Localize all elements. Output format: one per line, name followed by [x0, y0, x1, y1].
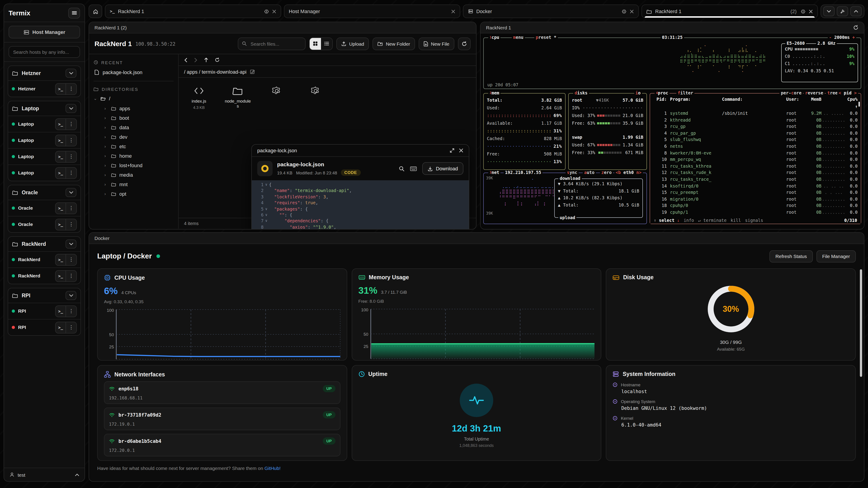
- process-row[interactable]: 15 rcu_preempt root 0B . . ... 0.0: [650, 189, 861, 196]
- host-menu-button[interactable]: ⋮: [66, 306, 76, 317]
- sidebar-footer[interactable]: test: [4, 468, 85, 481]
- reconnect-icon[interactable]: [853, 25, 859, 30]
- upload-button[interactable]: Upload: [336, 37, 369, 50]
- process-row[interactable]: 2 kthreadd root 0B ......... 0.0: [650, 117, 861, 123]
- host-terminal-button[interactable]: >_: [56, 203, 66, 214]
- process-row[interactable]: 6 netns root 0B ......... 0.0: [650, 143, 861, 150]
- host-menu-button[interactable]: ⋮: [66, 203, 76, 214]
- close-tab-icon[interactable]: [630, 9, 634, 13]
- host-row[interactable]: Laptop >_ ⋮: [8, 116, 81, 132]
- download-button[interactable]: Download: [422, 162, 463, 175]
- host-row[interactable]: Laptop >_ ⋮: [8, 164, 81, 181]
- list-view-button[interactable]: [321, 38, 332, 50]
- keyboard-icon[interactable]: [410, 166, 417, 171]
- host-menu-button[interactable]: ⋮: [66, 84, 76, 94]
- tree-root-row[interactable]: ⌄ /: [94, 94, 174, 103]
- docker-scrollbar[interactable]: [860, 269, 862, 377]
- split-view-icon[interactable]: [801, 9, 806, 14]
- edit-path-icon[interactable]: [250, 69, 255, 74]
- tree-directory-row[interactable]: › lost+found: [94, 160, 174, 170]
- file-tile[interactable]: [302, 85, 330, 100]
- expand-tabbar-button[interactable]: [850, 6, 862, 16]
- tab-racknerd-files[interactable]: RackNerd 1 (2): [642, 4, 818, 18]
- host-row[interactable]: Oracle >_ ⋮: [8, 216, 81, 232]
- refresh-icon[interactable]: [215, 57, 220, 62]
- process-row[interactable]: 13 rcu_tasks_trace_ root 0B ......... 0.…: [650, 176, 861, 183]
- process-row[interactable]: 14 ksoftirqd/0 root 0B .. .. .. 0.0: [650, 183, 861, 189]
- host-group-header[interactable]: Hetzner: [8, 66, 81, 80]
- process-row[interactable]: 11 rcu_tasks_kthrea root 0B ......... 0.…: [650, 163, 861, 170]
- host-row[interactable]: RackNerd >_ ⋮: [8, 251, 81, 267]
- file-manager-button[interactable]: File Manager: [816, 250, 856, 262]
- refresh-button[interactable]: [458, 37, 471, 50]
- tree-directory-row[interactable]: › media: [94, 170, 174, 180]
- host-terminal-button[interactable]: >_: [56, 254, 66, 265]
- group-collapse-button[interactable]: [66, 69, 76, 78]
- process-row[interactable]: 4 rcu_par_gp root 0B ......... 0.0: [650, 130, 861, 137]
- refresh-status-button[interactable]: Refresh Status: [770, 250, 813, 262]
- process-row[interactable]: 1 systemd /sbin/init root 9.2M .. ..... …: [650, 110, 861, 117]
- tree-directory-row[interactable]: › etc: [94, 141, 174, 151]
- proc-scroll-thumb[interactable]: [859, 102, 860, 107]
- process-row[interactable]: 3 rcu_gp root 0B ......... 0.0: [650, 123, 861, 130]
- process-list[interactable]: 1 systemd /sbin/init root 9.2M .. ..... …: [650, 110, 861, 222]
- tree-directory-row[interactable]: › mnt: [94, 180, 174, 189]
- interface-row[interactable]: enp6s18 UP 192.168.68.11: [104, 381, 340, 404]
- recent-file-item[interactable]: package-lock.json: [94, 67, 174, 78]
- close-modal-icon[interactable]: [459, 148, 463, 153]
- process-row[interactable]: 16 migration/0 root 0B ......... 0.0: [650, 196, 861, 202]
- host-row[interactable]: Oracle >_ ⋮: [8, 200, 81, 216]
- group-collapse-button[interactable]: [66, 291, 76, 300]
- host-row[interactable]: Hetzner >_ ⋮: [8, 80, 81, 97]
- code-preview[interactable]: 1 ∨ { 2 "name": "termix-download-api",: [252, 180, 469, 230]
- group-collapse-button[interactable]: [66, 104, 76, 113]
- github-link[interactable]: GitHub!: [265, 465, 281, 471]
- search-in-file-icon[interactable]: [399, 166, 405, 171]
- tab-host-manager[interactable]: Host Manager: [284, 4, 460, 18]
- file-tile[interactable]: index.js 4.3 KB: [185, 85, 213, 110]
- home-button[interactable]: [89, 4, 102, 18]
- process-row[interactable]: 5 slub_flushwq root 0B ......... 0.0: [650, 137, 861, 143]
- host-group-header[interactable]: Laptop: [8, 101, 81, 116]
- collapse-tabbar-button[interactable]: [823, 6, 835, 16]
- up-directory-icon[interactable]: [204, 57, 209, 62]
- new-file-button[interactable]: New File: [418, 37, 454, 50]
- group-collapse-button[interactable]: [66, 239, 76, 249]
- process-row[interactable]: 18 cpuhp/0 root 0B ......... 0.0: [650, 203, 861, 209]
- tree-directory-row[interactable]: › opt: [94, 189, 174, 198]
- tree-directory-row[interactable]: › home: [94, 151, 174, 160]
- host-group-header[interactable]: Oracle: [8, 185, 81, 200]
- host-terminal-button[interactable]: >_: [56, 322, 66, 333]
- tab-docker[interactable]: Docker: [463, 4, 639, 18]
- host-terminal-button[interactable]: >_: [56, 219, 66, 230]
- host-group-header[interactable]: RackNerd: [8, 237, 81, 251]
- sidebar-menu-button[interactable]: [68, 7, 80, 18]
- host-terminal-button[interactable]: >_: [56, 151, 66, 162]
- close-tab-icon[interactable]: [272, 9, 276, 13]
- process-row[interactable]: 19 cpuhp/1 root 0B ......... 0.0: [650, 209, 861, 216]
- host-menu-button[interactable]: ⋮: [66, 219, 76, 230]
- forward-icon[interactable]: [194, 58, 197, 62]
- process-row[interactable]: 8 kworker/0:0H-eve root 0B ......... 0.0: [650, 150, 861, 156]
- host-menu-button[interactable]: ⋮: [66, 135, 76, 146]
- process-row[interactable]: 12 rcu_tasks_rude_k root 0B ......... 0.…: [650, 170, 861, 176]
- host-menu-button[interactable]: ⋮: [66, 119, 76, 129]
- back-icon[interactable]: [184, 58, 188, 62]
- host-menu-button[interactable]: ⋮: [66, 270, 76, 281]
- new-folder-button[interactable]: New Folder: [373, 37, 415, 50]
- host-terminal-button[interactable]: >_: [56, 135, 66, 146]
- tree-directory-row[interactable]: › boot: [94, 113, 174, 123]
- tree-directory-row[interactable]: › dev: [94, 132, 174, 141]
- host-menu-button[interactable]: ⋮: [66, 322, 76, 333]
- close-tab-icon[interactable]: [451, 9, 455, 13]
- host-row[interactable]: Laptop >_ ⋮: [8, 132, 81, 148]
- tools-button[interactable]: [837, 6, 848, 16]
- host-terminal-button[interactable]: >_: [56, 119, 66, 129]
- host-manager-button[interactable]: Host Manager: [8, 26, 80, 38]
- interface-row[interactable]: br-73718f7a09d2 UP 172.19.0.1: [104, 408, 340, 430]
- split-view-icon[interactable]: [622, 9, 627, 14]
- tree-directory-row[interactable]: › apps: [94, 103, 174, 113]
- host-terminal-button[interactable]: >_: [56, 306, 66, 317]
- host-menu-button[interactable]: ⋮: [66, 254, 76, 265]
- host-row[interactable]: Laptop >_ ⋮: [8, 148, 81, 164]
